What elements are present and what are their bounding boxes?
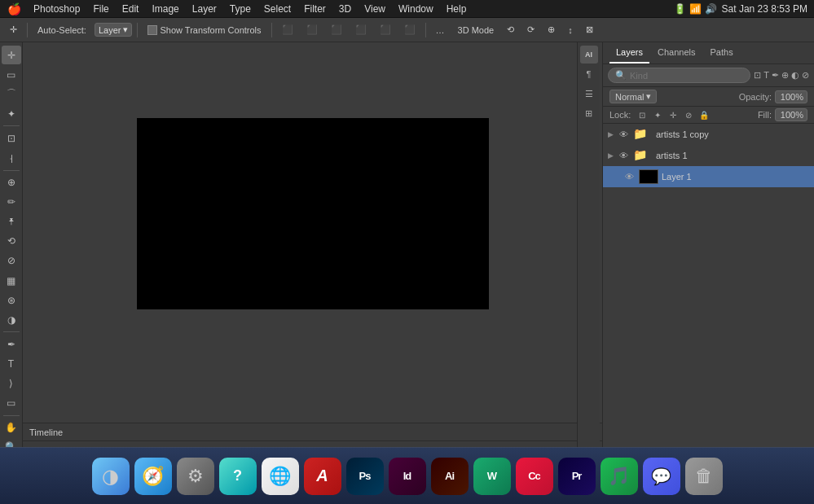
lock-position-btn[interactable]: ✛ — [667, 108, 680, 121]
dock-trash[interactable]: 🗑 — [685, 458, 723, 495]
menu-file[interactable]: File — [87, 2, 114, 16]
history-brush-tool[interactable]: ⟲ — [2, 232, 21, 251]
dock-safari[interactable]: 🧭 — [134, 458, 172, 495]
3d-icon-2[interactable]: ⟳ — [522, 23, 539, 37]
layer-item[interactable]: 👁 Layer 1 — [603, 166, 814, 187]
layer-item[interactable]: ▶ 👁 📁 artists 1 — [603, 145, 814, 166]
panel-tabs: Layers Channels Paths — [603, 42, 814, 64]
menu-layer[interactable]: Layer — [187, 2, 222, 16]
libraries-button[interactable]: ⊞ — [580, 104, 598, 122]
fill-value: 100% — [781, 110, 803, 120]
3d-icon-5[interactable]: ⊠ — [581, 23, 598, 37]
3d-icon-4[interactable]: ↕ — [563, 24, 578, 37]
type-tool[interactable]: T — [2, 354, 21, 373]
lasso-tool[interactable]: ⌒ — [2, 85, 21, 103]
auto-select-dropdown[interactable]: Layer ▾ — [95, 23, 133, 37]
menu-select[interactable]: Select — [258, 2, 297, 16]
dock-wave[interactable]: W — [473, 458, 511, 495]
menu-photoshop[interactable]: Photoshop — [28, 2, 86, 16]
menu-3d[interactable]: 3D — [333, 2, 357, 16]
path-selection-tool[interactable]: ⟩ — [2, 374, 21, 392]
marquee-tool[interactable]: ▭ — [2, 65, 21, 84]
cc-icon: Cc — [528, 470, 540, 482]
toolbar-sep-4 — [425, 23, 426, 37]
timeline-title: Timeline — [29, 427, 63, 437]
crop-tool[interactable]: ⊡ — [2, 129, 21, 147]
dock-illustrator[interactable]: Ai — [431, 458, 469, 495]
dock-spotify[interactable]: 🎵 — [601, 458, 638, 495]
align-middle-icon[interactable]: ⬛ — [375, 23, 396, 37]
dock-patcher[interactable]: ? — [219, 458, 257, 495]
app-body: ✛ ▭ ⌒ ✦ ⊡ ⸡ ⊕ ✏ 🖈 ⟲ ⊘ ▦ ⊛ ◑ ✒ T ⟩ ▭ ✋ 🔍 … — [0, 42, 814, 504]
canvas[interactable] — [137, 118, 489, 309]
apple-menu[interactable]: 🍎 — [7, 2, 21, 16]
glyphs-button[interactable]: ☰ — [580, 85, 598, 103]
menu-edit[interactable]: Edit — [117, 2, 145, 16]
blend-chevron-icon: ▾ — [646, 91, 651, 102]
dock-chrome[interactable]: 🌐 — [262, 458, 299, 495]
blend-mode-dropdown[interactable]: Normal ▾ — [609, 90, 657, 103]
lock-transparent-btn[interactable]: ⊡ — [636, 108, 649, 121]
opacity-field[interactable]: 100% — [775, 90, 807, 103]
menu-window[interactable]: Window — [393, 2, 439, 16]
more-options-btn[interactable]: … — [431, 24, 450, 37]
visibility-toggle[interactable]: 👁 — [623, 170, 636, 183]
tab-channels[interactable]: Channels — [651, 42, 702, 64]
lock-artboard-btn[interactable]: ⊘ — [682, 108, 695, 121]
layer-search-field[interactable]: 🔍 — [608, 68, 750, 83]
3d-icon-3[interactable]: ⊕ — [543, 23, 560, 37]
blur-tool[interactable]: ⊛ — [2, 291, 21, 309]
visibility-toggle[interactable]: 👁 — [617, 149, 630, 162]
expand-icon[interactable]: ▶ — [608, 151, 614, 160]
blend-mode-value: Normal — [615, 92, 644, 102]
shape-tool[interactable]: ▭ — [2, 394, 21, 413]
eyedropper-tool[interactable]: ⸡ — [2, 148, 21, 167]
align-left-icon[interactable]: ⬛ — [277, 23, 298, 37]
dodge-tool[interactable]: ◑ — [2, 310, 21, 329]
tab-layers[interactable]: Layers — [609, 42, 649, 64]
dock-photoshop[interactable]: Ps — [346, 458, 384, 495]
eraser-tool[interactable]: ⊘ — [2, 252, 21, 270]
move-tool[interactable]: ✛ — [2, 46, 21, 64]
menu-help[interactable]: Help — [441, 2, 473, 16]
dock-premiere[interactable]: Pr — [558, 458, 596, 495]
lock-pixels-btn[interactable]: ✦ — [651, 108, 664, 121]
stamp-tool[interactable]: 🖈 — [2, 213, 21, 231]
side-panel-strip: AI ¶ ☰ ⊞ — [577, 42, 600, 504]
align-top-icon[interactable]: ⬛ — [350, 23, 372, 37]
align-right-icon[interactable]: ⬛ — [326, 23, 347, 37]
dock-indesign[interactable]: Id — [389, 458, 426, 495]
canvas-workspace[interactable] — [23, 42, 602, 423]
paragraph-button[interactable]: ¶ — [580, 65, 598, 83]
dock-acrobat[interactable]: A — [304, 458, 341, 495]
dock-creative-cloud[interactable]: Cc — [516, 458, 553, 495]
filter-icons[interactable]: ⊡ T ✒ ⊕ ◐ ⊘ — [754, 70, 809, 81]
magic-wand-tool[interactable]: ✦ — [2, 104, 21, 123]
layer-item[interactable]: ▶ 👁 📁 artists 1 copy — [603, 124, 814, 145]
menu-view[interactable]: View — [359, 2, 391, 16]
lock-all-btn[interactable]: 🔒 — [697, 108, 711, 121]
visibility-toggle[interactable]: 👁 — [617, 128, 630, 141]
brush-tool[interactable]: ✏ — [2, 193, 21, 212]
ai-button[interactable]: AI — [580, 46, 598, 64]
tab-paths[interactable]: Paths — [704, 42, 740, 64]
menu-image[interactable]: Image — [146, 2, 184, 16]
blend-opacity-row: Normal ▾ Opacity: 100% — [603, 87, 814, 107]
align-center-icon[interactable]: ⬛ — [301, 23, 323, 37]
menu-type[interactable]: Type — [224, 2, 257, 16]
dock-discord[interactable]: 💬 — [643, 458, 680, 495]
healing-tool[interactable]: ⊕ — [2, 173, 21, 192]
dock-finder[interactable]: ◑ — [92, 458, 130, 495]
menu-filter[interactable]: Filter — [298, 2, 332, 16]
layer-search-input[interactable] — [630, 71, 743, 81]
dock-system-preferences[interactable]: ⚙ — [177, 458, 214, 495]
gradient-tool[interactable]: ▦ — [2, 271, 21, 290]
expand-icon[interactable]: ▶ — [608, 130, 614, 138]
pen-tool[interactable]: ✒ — [2, 335, 21, 353]
3d-icon-1[interactable]: ⟲ — [502, 23, 519, 37]
photoshop-icon: Ps — [359, 470, 371, 482]
hand-tool[interactable]: ✋ — [2, 419, 21, 437]
show-transform-checkbox[interactable]: Show Transform Controls — [143, 24, 266, 37]
fill-field[interactable]: 100% — [775, 108, 807, 121]
align-bottom-icon[interactable]: ⬛ — [399, 23, 420, 37]
